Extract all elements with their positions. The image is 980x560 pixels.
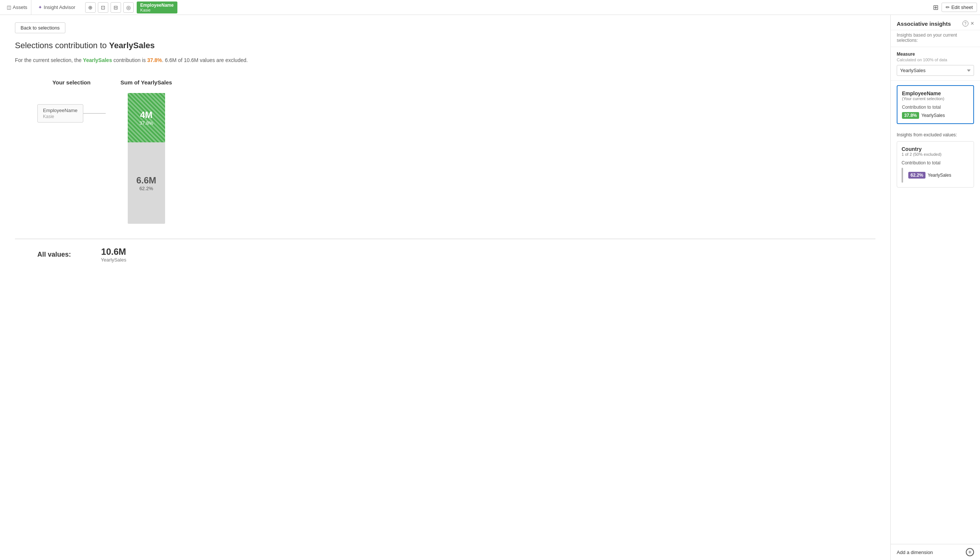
country-contribution-label: Contribution to total: [902, 160, 969, 165]
right-panel: Associative insights ? × Insights based …: [890, 15, 980, 560]
assets-tab[interactable]: ◫ Assets: [3, 0, 32, 15]
grid-view-icon[interactable]: ⊞: [933, 3, 938, 12]
total-section: All values: 10.6M YearlySales: [15, 239, 875, 263]
total-sub: YearlySales: [101, 257, 126, 263]
zoom-in-icon: ⊕: [88, 5, 93, 10]
country-bar-indicator: [902, 168, 903, 183]
employee-dim-card[interactable]: EmployeeName (Your current selection) Co…: [897, 85, 974, 124]
assets-icon: ◫: [7, 5, 11, 10]
help-icon[interactable]: ?: [962, 20, 968, 27]
dim-card-measure: YearlySales: [921, 113, 945, 118]
measure-section: Measure Calculated on 100% of data Yearl…: [891, 47, 980, 81]
measure-select[interactable]: YearlySales: [897, 65, 974, 76]
main-layout: Back to selections Selections contributi…: [0, 15, 980, 560]
selection-dimension: EmployeeName: [140, 3, 174, 8]
content-area: Back to selections Selections contributi…: [0, 15, 890, 560]
total-label: All values:: [37, 251, 71, 258]
dim-card-title: EmployeeName: [902, 90, 969, 97]
close-icon[interactable]: ×: [971, 20, 974, 27]
country-measure-name: YearlySales: [928, 173, 951, 178]
selection-dim-name: EmployeeName: [43, 108, 78, 113]
bar-selected: 4M 37.8%: [128, 93, 165, 142]
country-dim-card[interactable]: Country 1 of 2 (50% excluded) Contributi…: [897, 141, 974, 188]
add-icon: +: [968, 549, 972, 555]
green-pct-badge: 37.8%: [902, 112, 919, 119]
insight-icon: ✦: [38, 5, 42, 10]
panel-header: Associative insights ? ×: [891, 15, 980, 30]
selection-pill[interactable]: EmployeeName Kasie: [137, 2, 177, 13]
insight-label: Insight Advisor: [44, 5, 75, 10]
total-number: 10.6M: [101, 247, 126, 257]
measure-sublabel: Calculated on 100% of data: [897, 58, 974, 62]
total-values: 10.6M YearlySales: [101, 247, 126, 263]
selection-column-label: Your selection: [52, 79, 90, 85]
subtitle-part3: . 6.6M of 10.6M values are excluded.: [162, 57, 248, 63]
bar-column-label: Sum of YearlySales: [121, 79, 172, 85]
page-title: Selections contribution to YearlySales: [15, 41, 875, 50]
chart-section: Your selection EmployeeName Kasie Sum of…: [15, 79, 875, 224]
bar-bottom-value: 6.6M: [136, 175, 156, 186]
add-dimension-row[interactable]: Add a dimension +: [891, 544, 980, 560]
topbar: ◫ Assets ✦ Insight Advisor ⊕ ⊡ ⊟ ◎ Emplo…: [0, 0, 980, 15]
subtitle: For the current selection, the YearlySal…: [15, 57, 875, 64]
subtitle-highlight: YearlySales: [83, 57, 112, 63]
subtitle-pct: 37.8%: [147, 57, 162, 63]
panel-subtitle: Insights based on your current selection…: [891, 30, 980, 47]
insight-advisor-tab[interactable]: ✦ Insight Advisor: [34, 0, 79, 15]
bar-excluded: 6.6M 62.2%: [128, 142, 165, 224]
bar-chart: 4M 37.8% 6.6M 62.2%: [128, 93, 165, 224]
back-to-selections-button[interactable]: Back to selections: [15, 22, 65, 33]
contribution-label: Contribution to total: [902, 105, 969, 110]
assets-label: Assets: [13, 5, 27, 10]
selection-value: Kasie: [140, 8, 174, 12]
topbar-right: ⊞ ✏ Edit sheet: [933, 3, 977, 12]
page-title-measure: YearlySales: [109, 41, 155, 50]
bar-top-value: 4M: [140, 110, 152, 120]
toolbar-icons: ⊕ ⊡ ⊟ ◎: [85, 2, 134, 13]
bar-column: Sum of YearlySales 4M 37.8% 6.6M 62.2%: [121, 79, 172, 224]
zoom-in-button[interactable]: ⊕: [85, 2, 96, 13]
country-card-subtitle: 1 of 2 (50% excluded): [902, 152, 969, 157]
subtitle-part2: contribution is: [112, 57, 147, 63]
page-title-prefix: Selections contribution to: [15, 41, 109, 50]
purple-pct-badge: 62.2%: [908, 172, 925, 178]
country-card-title: Country: [902, 146, 969, 152]
zoom-out-button[interactable]: ⊟: [111, 2, 121, 13]
pencil-icon: ✏: [946, 5, 950, 10]
target-button[interactable]: ◎: [123, 2, 134, 13]
measure-label: Measure: [897, 52, 974, 57]
zoom-out-icon: ⊟: [113, 5, 118, 10]
country-contribution-row: 62.2% YearlySales: [902, 168, 969, 183]
target-icon: ◎: [126, 5, 131, 10]
bar-bottom-pct: 62.2%: [139, 186, 153, 191]
subtitle-part1: For the current selection, the: [15, 57, 83, 63]
selection-box: EmployeeName Kasie: [37, 104, 83, 123]
bar-top-pct: 37.8%: [139, 120, 153, 126]
edit-sheet-button[interactable]: ✏ Edit sheet: [942, 3, 977, 12]
panel-title: Associative insights: [897, 20, 951, 27]
zoom-fit-icon: ⊡: [101, 5, 105, 10]
contribution-row: 37.8% YearlySales: [902, 112, 969, 119]
add-dimension-label: Add a dimension: [897, 550, 933, 555]
excluded-header: Insights from excluded values:: [891, 128, 980, 140]
add-dimension-button[interactable]: +: [966, 548, 974, 556]
zoom-fit-button[interactable]: ⊡: [98, 2, 108, 13]
selection-dim-value: Kasie: [43, 114, 78, 119]
edit-sheet-label: Edit sheet: [951, 5, 973, 10]
dim-card-subtitle: (Your current selection): [902, 97, 969, 101]
selection-column: Your selection EmployeeName Kasie: [37, 79, 106, 123]
connector-line: [83, 113, 106, 113]
